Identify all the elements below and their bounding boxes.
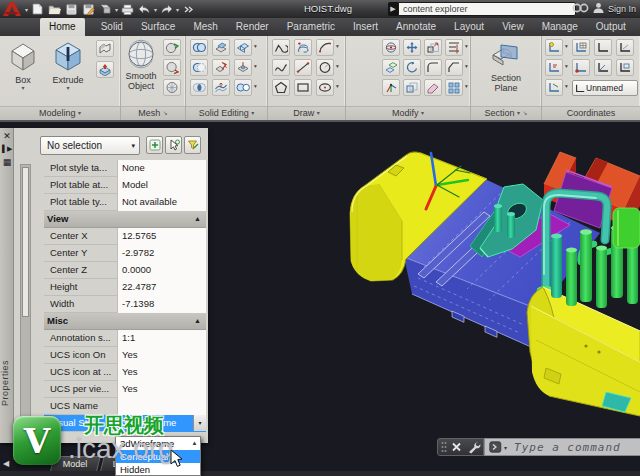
tab-annotate[interactable]: Annotate — [387, 18, 445, 36]
tab-parametric[interactable]: Parametric — [278, 18, 344, 36]
recent-commands-caret-icon[interactable]: ▾ — [504, 444, 507, 451]
tab-mesh[interactable]: Mesh — [184, 18, 226, 36]
panel-label-modify[interactable]: Modify ▾ — [346, 106, 470, 120]
redo-button[interactable] — [159, 2, 174, 16]
tab-layout[interactable]: Layout — [445, 18, 493, 36]
ucs-view-button[interactable] — [616, 59, 634, 76]
ucs-x-button[interactable] — [594, 39, 612, 56]
sign-in-button[interactable]: Sign In — [608, 4, 636, 14]
tab-manage[interactable]: Manage — [533, 18, 587, 36]
mesh-refine-button[interactable] — [163, 79, 181, 96]
tab-surface[interactable]: Surface — [132, 18, 184, 36]
slice-button[interactable] — [212, 59, 230, 76]
circle-dropdown-icon[interactable]: ▾ — [334, 63, 341, 69]
arc-dropdown-icon[interactable]: ▾ — [334, 43, 341, 49]
ucs-dropdown-icon[interactable]: ▾ — [563, 43, 570, 49]
undo-caret-icon[interactable]: ▾ — [154, 6, 157, 13]
line-button[interactable] — [294, 59, 312, 76]
visual-style-dropdown-button[interactable]: ▾ — [193, 415, 206, 431]
undo-button[interactable] — [137, 2, 152, 16]
property-row[interactable]: Plot table at...Model — [44, 177, 206, 194]
panel-label-draw[interactable]: Draw ▾ — [268, 106, 345, 120]
smooth-more-button[interactable] — [163, 39, 181, 56]
array-dropdown-icon[interactable]: ▾ — [463, 83, 470, 89]
property-row[interactable]: Height22.4787 — [44, 279, 206, 296]
ucs-named-button[interactable] — [545, 79, 563, 96]
tab-home[interactable]: Home — [40, 18, 85, 36]
interfere-dropdown-icon[interactable]: ▾ — [252, 43, 259, 49]
thicken-button[interactable] — [212, 79, 230, 96]
ucs-z-button[interactable] — [594, 59, 612, 76]
imprint-button[interactable] — [234, 59, 252, 76]
property-row[interactable]: UCS per vie...Yes — [44, 381, 206, 398]
tab-insert[interactable]: Insert — [344, 18, 387, 36]
separate-button[interactable] — [234, 79, 252, 96]
user-icon[interactable] — [592, 0, 605, 18]
save-button[interactable] — [64, 2, 79, 16]
arc-button[interactable] — [316, 39, 334, 56]
interfere-button[interactable] — [234, 39, 252, 56]
extrude-button[interactable]: Extrude ▾ — [46, 39, 90, 91]
smooth-object-button[interactable]: Smooth Object — [121, 39, 161, 91]
panel-label-coordinates[interactable]: Coordinates — [542, 106, 640, 120]
new-file-button[interactable] — [30, 2, 45, 16]
section-header-view[interactable]: View▲ — [44, 211, 206, 228]
redo-caret-icon[interactable]: ▾ — [176, 6, 179, 13]
trim-dropdown-icon[interactable]: ▾ — [463, 43, 470, 49]
select-objects-button[interactable] — [165, 136, 182, 154]
property-row[interactable]: Center Z0.0000 — [44, 262, 206, 279]
rotate-button[interactable] — [403, 59, 421, 76]
ellipse-button[interactable] — [316, 79, 334, 96]
workspace-switch-button[interactable] — [98, 2, 113, 16]
palette-title-bar[interactable]: ✕ ▌▶ ▦ Properties — [0, 128, 14, 443]
polygon-button[interactable] — [272, 79, 290, 96]
scrollbar-thumb[interactable] — [22, 167, 29, 317]
smooth-less-button[interactable] — [163, 59, 181, 76]
extrude-faces-button[interactable] — [212, 39, 230, 56]
ucs-named-dropdown-icon[interactable]: ▾ — [563, 83, 570, 89]
ucs-previous-dropdown-icon[interactable]: ▾ — [563, 63, 570, 69]
subtract-button[interactable] — [190, 59, 208, 76]
section-header-misc[interactable]: Misc▲ — [44, 313, 206, 330]
collapse-icon[interactable]: ▲ — [194, 313, 201, 329]
chamfer-button[interactable] — [445, 59, 463, 76]
tab-view[interactable]: View — [493, 18, 533, 36]
layout-tab-nav-icon[interactable]: ◀ — [3, 459, 9, 468]
panel-label-modeling[interactable]: Modeling ▾ — [0, 106, 120, 120]
property-row[interactable]: Center X12.5765 — [44, 228, 206, 245]
open-file-button[interactable] — [47, 2, 62, 16]
tab-render[interactable]: Render — [227, 18, 278, 36]
trim-button[interactable] — [445, 39, 463, 56]
plot-button[interactable] — [120, 2, 135, 16]
helix-button[interactable] — [294, 39, 312, 56]
recent-commands-icon[interactable] — [489, 441, 502, 453]
ucs-previous-button[interactable] — [545, 59, 563, 76]
qat-expand-button[interactable] — [181, 2, 196, 16]
spline-button[interactable] — [272, 59, 290, 76]
collapse-icon[interactable]: ▲ — [194, 211, 201, 227]
move-gizmo-button[interactable] — [382, 79, 400, 96]
chamfer-dropdown-icon[interactable]: ▾ — [463, 63, 470, 69]
dropdown-scroll-up-icon[interactable]: ▲ — [190, 439, 199, 448]
toggle-pickadd-button[interactable] — [146, 136, 163, 154]
polyline-button[interactable] — [272, 39, 290, 56]
rectangle-button[interactable] — [294, 79, 312, 96]
autohide-icon[interactable]: ▌▶ — [2, 144, 12, 154]
panel-label-solid-editing[interactable]: Solid Editing ▾ — [186, 106, 267, 120]
imprint-dropdown-icon[interactable]: ▾ — [252, 63, 259, 69]
property-row[interactable]: Width-7.1398 — [44, 296, 206, 313]
ucs-name-combo[interactable]: Unnamed — [572, 80, 638, 96]
ucs-world-button[interactable] — [572, 39, 590, 56]
box-button[interactable]: Box ▾ — [1, 39, 45, 91]
customize-wrench-icon[interactable] — [467, 441, 482, 454]
array-button[interactable] — [445, 79, 463, 96]
property-row[interactable]: UCS icon at ...Yes — [44, 364, 206, 381]
ellipse-dropdown-icon[interactable]: ▾ — [334, 83, 341, 89]
properties-menu-icon[interactable]: ▦ — [2, 157, 12, 167]
quick-select-button[interactable] — [184, 136, 201, 154]
ucs-button[interactable] — [545, 39, 563, 56]
close-command-icon[interactable] — [450, 442, 464, 452]
selection-combo[interactable]: No selection ▾ — [40, 136, 140, 155]
union-button[interactable] — [190, 39, 208, 56]
separate-dropdown-icon[interactable]: ▾ — [252, 83, 259, 89]
